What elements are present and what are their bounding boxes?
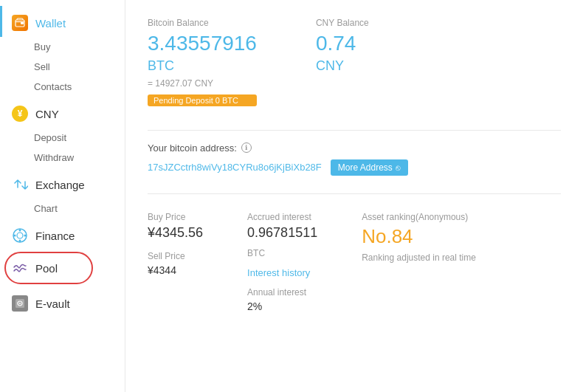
external-link-icon: ⎋: [396, 163, 401, 172]
cny-currency: CNY: [316, 58, 369, 74]
interest-block: Accrued interest 0.96781511 BTC Interest…: [247, 212, 317, 312]
sidebar-item-evault[interactable]: E-vault: [0, 286, 125, 317]
pending-badge: Pending Deposit 0 BTC: [148, 94, 257, 106]
annual-interest-value: 2%: [247, 300, 317, 312]
main-content: Bitcoin Balance 3.43557916 BTC = 14927.0…: [125, 0, 583, 392]
sidebar-sub-chart[interactable]: Chart: [0, 199, 125, 219]
balance-section: Bitcoin Balance 3.43557916 BTC = 14927.0…: [148, 18, 561, 106]
annual-interest-label: Annual interest: [247, 287, 317, 298]
pool-icon: [12, 260, 28, 276]
sidebar-item-finance[interactable]: Finance: [0, 219, 125, 250]
cny-balance-label: CNY Balance: [316, 18, 369, 28]
address-info-icon[interactable]: ℹ: [241, 142, 252, 153]
sidebar-sub-contacts[interactable]: Contacts: [0, 77, 125, 97]
cny-balance-block: CNY Balance 0.74 CNY: [316, 18, 369, 106]
bitcoin-balance-label: Bitcoin Balance: [148, 18, 257, 28]
bitcoin-currency: BTC: [148, 58, 257, 74]
accrued-interest-label: Accrued interest: [247, 212, 317, 222]
svg-point-5: [19, 240, 21, 242]
cny-equiv: = 14927.07 CNY: [148, 78, 257, 89]
sidebar-sub-withdraw[interactable]: Withdraw: [0, 148, 125, 168]
sidebar-pool-label: Pool: [35, 262, 58, 275]
divider-1: [148, 130, 561, 131]
evault-icon: [12, 295, 28, 312]
sell-price-value: ¥4344: [148, 264, 203, 276]
bitcoin-balance-block: Bitcoin Balance 3.43557916 BTC = 14927.0…: [148, 18, 257, 106]
divider-2: [148, 193, 561, 194]
accrued-interest-currency: BTC: [247, 248, 317, 258]
buy-price-value: ¥4345.56: [148, 225, 203, 241]
address-row: 17sJZCctrh8wiVy18CYRu8o6jKjBiXb28F More …: [148, 159, 561, 176]
bitcoin-amount: 3.43557916: [148, 32, 257, 55]
svg-point-6: [14, 235, 16, 237]
svg-rect-1: [21, 22, 24, 24]
sidebar-evault-label: E-vault: [35, 298, 70, 310]
price-block: Buy Price ¥4345.56 Sell Price ¥4344: [148, 212, 203, 312]
finance-icon: [12, 227, 28, 244]
ranking-block: Asset ranking(Anonymous) No.84 Ranking a…: [362, 212, 476, 312]
sidebar-finance-label: Finance: [35, 230, 75, 242]
buy-price-label: Buy Price: [148, 212, 203, 222]
sidebar-cny-label: CNY: [35, 108, 59, 120]
sidebar-sub-sell[interactable]: Sell: [0, 57, 125, 77]
svg-point-7: [24, 235, 27, 237]
sidebar-item-exchange[interactable]: Exchange: [0, 168, 125, 199]
sidebar-wallet-label: Wallet: [35, 17, 66, 30]
exchange-icon: [12, 176, 28, 193]
stats-section: Buy Price ¥4345.56 Sell Price ¥4344 Accr…: [148, 212, 561, 312]
sidebar-exchange-label: Exchange: [35, 179, 85, 191]
sell-price-label: Sell Price: [148, 251, 203, 261]
address-section: Your bitcoin address: ℹ 17sJZCctrh8wiVy1…: [148, 142, 561, 176]
cny-icon: ¥: [12, 106, 28, 122]
sidebar-sub-deposit[interactable]: Deposit: [0, 128, 125, 148]
ranking-note: Ranking adjusted in real time: [362, 252, 476, 263]
sidebar: Wallet Buy Sell Contacts ¥ CNY Deposit W…: [0, 0, 125, 392]
svg-point-4: [19, 230, 21, 232]
asset-ranking-label: Asset ranking(Anonymous): [362, 212, 476, 222]
sidebar-item-wallet[interactable]: Wallet: [0, 6, 125, 37]
accrued-interest-value: 0.96781511: [247, 225, 317, 241]
interest-history-link[interactable]: Interest history: [247, 267, 317, 278]
more-address-button[interactable]: More Address ⎋: [331, 159, 408, 176]
wallet-icon: [12, 15, 28, 31]
address-value[interactable]: 17sJZCctrh8wiVy18CYRu8o6jKjBiXb28F: [148, 162, 322, 173]
sidebar-item-pool[interactable]: Pool: [0, 250, 125, 286]
sidebar-item-cny[interactable]: ¥ CNY: [0, 97, 125, 128]
address-label: Your bitcoin address: ℹ: [148, 142, 561, 154]
svg-point-3: [17, 233, 23, 238]
asset-ranking-value: No.84: [362, 225, 476, 248]
sidebar-sub-buy[interactable]: Buy: [0, 37, 125, 57]
svg-point-10: [19, 303, 21, 304]
cny-amount: 0.74: [316, 32, 369, 55]
